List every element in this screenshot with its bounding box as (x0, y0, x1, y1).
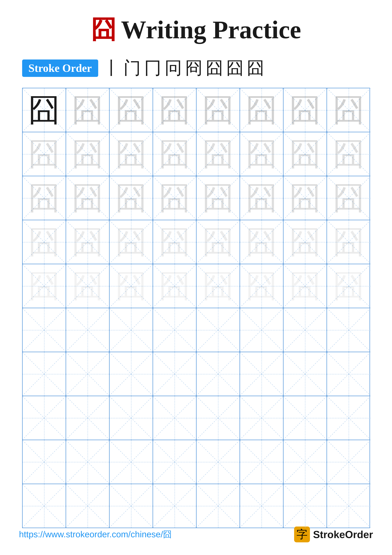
grid-cell-empty[interactable] (66, 484, 110, 528)
grid-cell[interactable]: 囧 (240, 88, 284, 132)
svg-line-105 (197, 352, 240, 395)
grid-cell-empty[interactable] (153, 440, 197, 484)
grid-cell[interactable]: 囧 (284, 88, 327, 132)
grid-cell[interactable]: 囧 (23, 88, 66, 132)
grid-cell[interactable]: 囧 (153, 220, 197, 264)
grid-cell[interactable]: 囧 (66, 132, 110, 176)
svg-line-93 (284, 308, 327, 351)
grid-cell[interactable]: 囧 (110, 88, 153, 132)
grid-cell[interactable]: 囧 (197, 264, 240, 308)
grid-cell-empty[interactable] (110, 484, 153, 528)
grid-cell[interactable]: 囧 (153, 264, 197, 308)
grid-cell[interactable]: 囧 (284, 176, 327, 220)
grid-cell-empty[interactable] (66, 308, 110, 352)
grid-cell-empty[interactable] (197, 396, 240, 440)
svg-line-90 (240, 308, 283, 351)
char-ghost: 囧 (72, 226, 103, 258)
svg-line-151 (153, 484, 196, 527)
svg-line-87 (153, 308, 196, 351)
grid-cell[interactable]: 囧 (23, 176, 66, 220)
grid-cell-empty[interactable] (110, 352, 153, 396)
grid-cell[interactable]: 囧 (197, 88, 240, 132)
grid-cell[interactable]: 囧 (327, 132, 371, 176)
grid-cell-empty[interactable] (23, 440, 66, 484)
grid-cell-empty[interactable] (284, 352, 327, 396)
stroke-8: 囧 (247, 56, 264, 80)
grid-cell[interactable]: 囧 (66, 264, 110, 308)
grid-cell[interactable]: 囧 (327, 220, 371, 264)
grid-cell[interactable]: 囧 (110, 220, 153, 264)
grid-cell[interactable]: 囧 (240, 264, 284, 308)
grid-cell-empty[interactable] (66, 440, 110, 484)
grid-cell-empty[interactable] (23, 396, 66, 440)
grid-cell-empty[interactable] (110, 440, 153, 484)
grid-cell-empty[interactable] (327, 484, 371, 528)
grid-cell[interactable]: 囧 (240, 220, 284, 264)
grid-cell[interactable]: 囧 (23, 264, 66, 308)
grid-cell[interactable]: 囧 (110, 264, 153, 308)
svg-line-103 (153, 352, 196, 395)
footer-brand: 字 StrokeOrder (294, 526, 373, 542)
grid-cell-empty[interactable] (284, 440, 327, 484)
grid-cell-empty[interactable] (110, 396, 153, 440)
grid-cell[interactable]: 囧 (284, 132, 327, 176)
grid-cell-empty[interactable] (23, 484, 66, 528)
grid-cell[interactable]: 囧 (153, 176, 197, 220)
grid-cell-empty[interactable] (66, 396, 110, 440)
grid-cell-empty[interactable] (197, 484, 240, 528)
grid-cell-empty[interactable] (284, 484, 327, 528)
grid-cell[interactable]: 囧 (240, 132, 284, 176)
grid-cell[interactable]: 囧 (240, 176, 284, 220)
grid-cell-empty[interactable] (197, 440, 240, 484)
grid-cell-empty[interactable] (240, 396, 284, 440)
char-ghost: 囧 (289, 94, 321, 126)
grid-cell-empty[interactable] (284, 396, 327, 440)
grid-cell[interactable]: 囧 (23, 132, 66, 176)
grid-cell[interactable]: 囧 (327, 88, 371, 132)
grid-cell[interactable]: 囧 (110, 132, 153, 176)
grid-cell-empty[interactable] (240, 484, 284, 528)
grid-cell[interactable]: 囧 (153, 88, 197, 132)
grid-cell-empty[interactable] (23, 352, 66, 396)
grid-cell[interactable]: 囧 (153, 132, 197, 176)
svg-line-131 (66, 440, 109, 483)
grid-cell-empty[interactable] (110, 308, 153, 352)
grid-cell-empty[interactable] (327, 396, 371, 440)
grid-cell-empty[interactable] (284, 308, 327, 352)
grid-cell[interactable]: 囧 (197, 132, 240, 176)
char-ghost: 囧 (28, 182, 60, 214)
grid-cell-empty[interactable] (23, 308, 66, 352)
grid-cell-empty[interactable] (240, 308, 284, 352)
grid-cell[interactable]: 囧 (66, 176, 110, 220)
grid-cell-empty[interactable] (153, 396, 197, 440)
grid-cell-empty[interactable] (153, 484, 197, 528)
grid-cell-empty[interactable] (327, 352, 371, 396)
grid-cell[interactable]: 囧 (197, 220, 240, 264)
footer-url[interactable]: https://www.strokeorder.com/chinese/囧 (19, 529, 172, 540)
char-ghost: 囧 (28, 138, 60, 170)
grid-cell[interactable]: 囧 (284, 220, 327, 264)
grid-cell[interactable]: 囧 (110, 176, 153, 220)
grid-cell-empty[interactable] (153, 352, 197, 396)
grid-cell-empty[interactable] (240, 352, 284, 396)
grid-cell-empty[interactable] (327, 308, 371, 352)
grid-cell-empty[interactable] (197, 352, 240, 396)
title-text: Writing Practice (121, 15, 301, 44)
grid-cell[interactable]: 囧 (327, 264, 371, 308)
grid-cell[interactable]: 囧 (23, 220, 66, 264)
svg-line-114 (66, 396, 109, 439)
svg-line-143 (327, 440, 371, 484)
grid-cell-empty[interactable] (66, 352, 110, 396)
char-ghost: 囧 (333, 270, 364, 302)
grid-cell[interactable]: 囧 (66, 220, 110, 264)
grid-cell[interactable]: 囧 (327, 176, 371, 220)
grid-cell-empty[interactable] (197, 308, 240, 352)
writing-grid[interactable]: 囧 囧 囧 囧 囧 囧 囧 (22, 88, 370, 528)
grid-cell[interactable]: 囧 (197, 176, 240, 220)
grid-row-10 (23, 484, 370, 528)
grid-cell-empty[interactable] (240, 440, 284, 484)
grid-cell-empty[interactable] (153, 308, 197, 352)
grid-cell[interactable]: 囧 (66, 88, 110, 132)
grid-cell-empty[interactable] (327, 440, 371, 484)
grid-cell[interactable]: 囧 (284, 264, 327, 308)
